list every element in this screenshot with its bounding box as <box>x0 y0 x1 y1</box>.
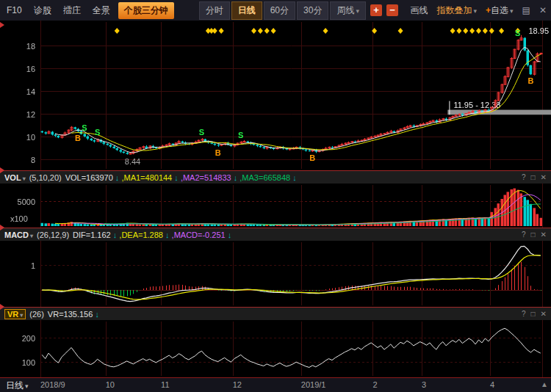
top-toolbar: F10诊股擂庄全景 个股三分钟 分时日线60分30分周线▾ + − 画线 指数叠… <box>0 0 551 21</box>
vol-values: VOL=163970 ↓ ,MA1=480144 ↓ ,MA2=514833 ↓… <box>65 173 297 182</box>
vol-indicator-selector[interactable]: VOL▾ <box>4 173 26 182</box>
expand-pane-icon[interactable]: □ <box>531 173 536 181</box>
period-tab-60分[interactable]: 60分 <box>264 1 295 20</box>
add-watchlist-label: 自选 <box>491 5 508 15</box>
indicator-value: ,MACD=-0.251 <box>172 231 226 239</box>
help-icon[interactable]: ? <box>522 173 526 181</box>
vol-pane-header: VOL▾ (5,10,20) VOL=163970 ↓ ,MA1=480144 … <box>0 170 551 184</box>
macd-pane-header: MACD▾ (26,12,9) DIF=1.162 ↓ ,DEA=1.288 ↓… <box>0 228 551 241</box>
indicator-value: ,MA3=665848 <box>240 173 290 182</box>
zoom-out-button[interactable]: − <box>386 4 398 16</box>
down-arrow-icon: ↓ <box>290 173 297 182</box>
chevron-down-icon: ▾ <box>25 382 29 390</box>
chevron-down-icon: ▾ <box>356 7 359 15</box>
month-label: 4 <box>490 380 494 389</box>
indicator-value: ,MA1=480144 <box>121 173 172 182</box>
pane-resize-handle[interactable] <box>0 304 4 310</box>
pane-resize-handle[interactable] <box>0 225 4 231</box>
vr-pane-header: VR▾ (26) VR=135.156 ↓ ? □ ✕ <box>0 307 551 320</box>
indicator-value: VR=135.156 <box>48 310 93 319</box>
draw-line-button[interactable]: 画线 <box>411 4 428 17</box>
chevron-down-icon: ▾ <box>23 175 26 182</box>
month-label: 2018/9 <box>40 380 65 389</box>
down-arrow-icon: ↓ <box>226 231 232 239</box>
period-tab-30分[interactable]: 30分 <box>297 1 328 20</box>
chevron-down-icon: ▾ <box>20 312 23 319</box>
add-watchlist-button[interactable]: +自选▾ <box>486 4 514 17</box>
indicator-value: ,DEA=1.288 <box>119 231 163 239</box>
expand-pane-icon[interactable]: □ <box>531 310 536 318</box>
period-tab-周线[interactable]: 周线▾ <box>330 1 366 20</box>
period-tabs: 分时日线60分30分周线▾ <box>199 1 366 20</box>
period-tab-日线[interactable]: 日线 <box>231 1 262 20</box>
bottom-axis-bar: 日线▾ 2018/91011122019/1234 ▲ <box>0 377 551 392</box>
panel-toggle-icon[interactable]: ▤ <box>522 5 530 15</box>
expand-pane-icon[interactable]: □ <box>531 231 536 239</box>
macd-indicator-selector[interactable]: MACD▾ <box>4 231 33 239</box>
vr-values: VR=135.156 ↓ <box>48 310 99 319</box>
stock-terminal-window: F10诊股擂庄全景 个股三分钟 分时日线60分30分周线▾ + − 画线 指数叠… <box>0 0 551 392</box>
down-arrow-icon: ↓ <box>111 231 120 239</box>
period-indicator[interactable]: 日线▾ <box>6 380 29 392</box>
zoom-in-button[interactable]: + <box>370 4 382 16</box>
toolbar-menu-item[interactable]: F10 <box>3 4 26 17</box>
month-label: 2 <box>372 380 377 389</box>
vr-pane-controls: ? □ ✕ <box>522 310 547 318</box>
indicator-value: DIF=1.162 <box>73 231 111 239</box>
down-arrow-icon: ↓ <box>93 310 99 319</box>
macd-title: MACD <box>4 231 29 239</box>
candlestick-chart-canvas[interactable] <box>0 21 551 170</box>
toolbar-right-group: 画线 指数叠加▾ +自选▾ ▤ ✕ <box>411 4 548 17</box>
stock-3min-button[interactable]: 个股三分钟 <box>118 2 174 19</box>
close-pane-icon[interactable]: ✕ <box>541 231 547 239</box>
vr-indicator-selector[interactable]: VR▾ <box>4 309 26 319</box>
toolbar-menu: F10诊股擂庄全景 <box>3 3 114 18</box>
toolbar-menu-item[interactable]: 擂庄 <box>60 3 84 18</box>
toolbar-menu-item[interactable]: 全景 <box>89 3 114 18</box>
close-icon[interactable]: ✕ <box>539 5 547 15</box>
month-label: 11 <box>161 380 169 389</box>
vol-title: VOL <box>4 173 21 182</box>
vr-params: (26) <box>29 310 44 319</box>
help-icon[interactable]: ? <box>522 310 526 318</box>
chevron-down-icon: ▾ <box>510 7 514 15</box>
macd-values: DIF=1.162 ↓ ,DEA=1.288 ↓ ,MACD=-0.251 ↓ <box>73 231 231 239</box>
pane-resize-handle[interactable] <box>0 167 4 173</box>
chevron-down-icon: ▾ <box>30 233 33 239</box>
macd-pane-controls: ? □ ✕ <box>522 231 547 239</box>
close-pane-icon[interactable]: ✕ <box>541 310 547 318</box>
vol-params: (5,10,20) <box>29 173 62 182</box>
period-tab-分时[interactable]: 分时 <box>199 1 230 20</box>
macd-chart-canvas[interactable] <box>0 241 551 307</box>
macd-params: (26,12,9) <box>37 231 69 239</box>
indicator-value: VOL=163970 <box>65 173 113 182</box>
down-arrow-icon: ↓ <box>113 173 122 182</box>
chevron-down-icon: ▾ <box>474 7 478 15</box>
down-arrow-icon: ↓ <box>172 173 181 182</box>
plus-icon: + <box>486 5 491 15</box>
vol-pane-controls: ? □ ✕ <box>522 173 547 181</box>
month-label: 2019/1 <box>301 380 326 389</box>
down-arrow-icon: ↓ <box>231 173 240 182</box>
vr-title: VR <box>7 310 18 319</box>
month-label: 3 <box>422 380 426 389</box>
close-pane-icon[interactable]: ✕ <box>541 173 547 181</box>
month-label: 10 <box>106 380 115 389</box>
indicator-value: ,MA2=514833 <box>181 173 231 182</box>
pane-resize-handle[interactable] <box>0 22 4 28</box>
down-arrow-icon: ↓ <box>163 231 172 239</box>
period-indicator-label: 日线 <box>6 380 24 391</box>
index-overlay-label: 指数叠加 <box>437 5 472 15</box>
month-label: 12 <box>233 380 242 389</box>
help-icon[interactable]: ? <box>522 231 526 239</box>
vr-chart-canvas[interactable] <box>0 320 551 377</box>
index-overlay-button[interactable]: 指数叠加▾ <box>437 4 478 17</box>
toolbar-menu-item[interactable]: 诊股 <box>30 3 55 18</box>
scroll-up-icon[interactable]: ▲ <box>541 380 548 388</box>
volume-chart-canvas[interactable] <box>0 184 551 228</box>
